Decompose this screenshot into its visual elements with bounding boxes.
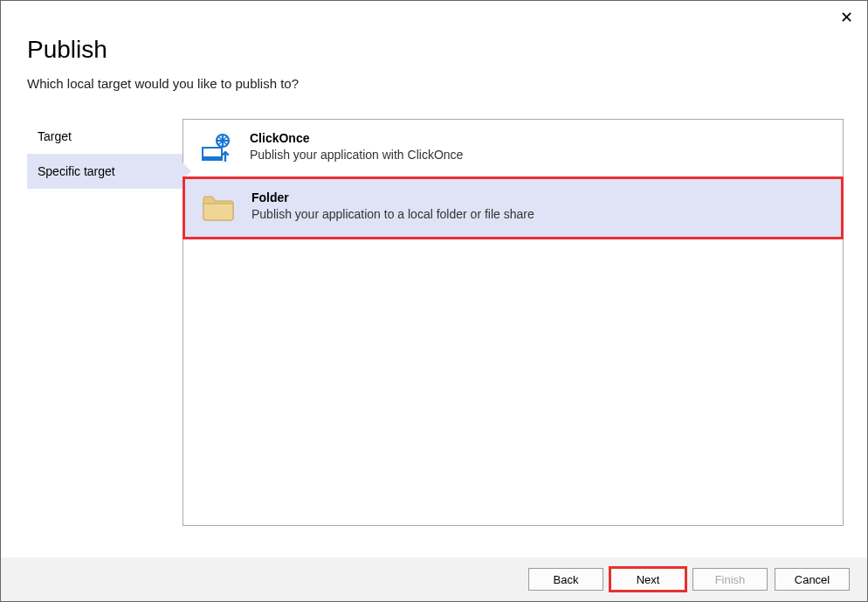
finish-button: Finish (692, 568, 768, 591)
option-clickonce-text: ClickOnce Publish your application with … (250, 131, 827, 162)
clickonce-icon (199, 131, 234, 166)
option-folder[interactable]: Folder Publish your application to a loc… (183, 176, 844, 239)
cancel-button[interactable]: Cancel (775, 568, 850, 591)
option-folder-text: Folder Publish your application to a loc… (251, 190, 825, 221)
option-folder-title: Folder (251, 190, 825, 204)
options-panel: ClickOnce Publish your application with … (183, 119, 844, 526)
option-folder-desc: Publish your application to a local fold… (251, 207, 825, 221)
step-specific-target[interactable]: Specific target (27, 154, 183, 189)
close-button[interactable]: ✕ (840, 10, 853, 25)
dialog-header: Publish Which local target would you lik… (1, 1, 867, 100)
steps-sidebar: Target Specific target (27, 119, 183, 526)
next-button[interactable]: Next (610, 568, 685, 591)
svg-rect-6 (203, 156, 222, 160)
option-clickonce[interactable]: ClickOnce Publish your application with … (183, 120, 843, 177)
folder-icon (201, 190, 236, 225)
option-clickonce-desc: Publish your application with ClickOnce (250, 148, 827, 162)
content-area: Target Specific target ClickOnce Publish… (1, 100, 867, 526)
page-title: Publish (27, 36, 841, 64)
dialog-footer: Back Next Finish Cancel (1, 557, 867, 601)
page-subtitle: Which local target would you like to pub… (27, 76, 841, 91)
option-clickonce-title: ClickOnce (250, 131, 827, 145)
step-target[interactable]: Target (27, 119, 183, 154)
back-button[interactable]: Back (528, 568, 603, 591)
